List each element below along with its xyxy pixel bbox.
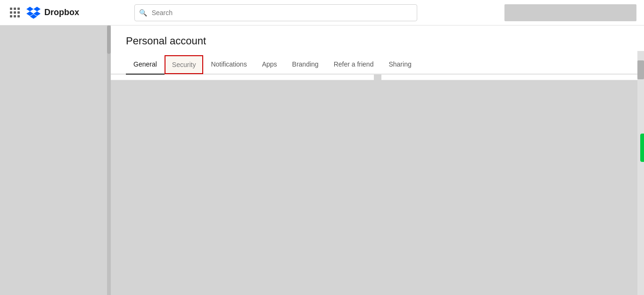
right-scrollbar[interactable] xyxy=(637,51,644,295)
right-scrollbar-thumb xyxy=(637,60,644,79)
tab-security[interactable]: Security xyxy=(165,55,204,74)
main-layout: Personal account General Security Notifi… xyxy=(0,25,644,295)
grid-dot xyxy=(14,8,16,10)
tab-notifications[interactable]: Notifications xyxy=(203,55,254,75)
grid-dot xyxy=(10,11,12,14)
page-header: Personal account xyxy=(111,25,644,47)
search-icon: 🔍 xyxy=(139,9,147,17)
content-area: Personal account General Security Notifi… xyxy=(111,25,644,295)
page-title: Personal account xyxy=(126,35,629,47)
tabs-container: General Security Notifications Apps Bran… xyxy=(111,55,644,75)
grid-dot xyxy=(14,15,16,17)
dropbox-icon xyxy=(26,7,41,19)
gray-content-area xyxy=(111,75,644,287)
grid-dot xyxy=(17,11,20,14)
search-input[interactable] xyxy=(134,4,417,21)
dropbox-wordmark: Dropbox xyxy=(44,8,79,17)
tab-branding[interactable]: Branding xyxy=(285,55,326,75)
strip-separator xyxy=(374,75,381,80)
sidebar xyxy=(0,25,111,295)
top-nav: Dropbox 🔍 xyxy=(0,0,644,25)
grid-dot xyxy=(14,11,16,14)
green-accent xyxy=(640,134,644,162)
strip-right xyxy=(381,75,644,80)
grid-dot xyxy=(17,8,20,10)
strip-left xyxy=(111,75,374,80)
grid-dot xyxy=(10,8,12,10)
grid-dots xyxy=(10,8,20,18)
nav-right-area xyxy=(504,4,636,21)
tab-apps[interactable]: Apps xyxy=(255,55,285,75)
tab-refer[interactable]: Refer a friend xyxy=(326,55,381,75)
content-strips xyxy=(111,75,644,80)
sidebar-scrollbar[interactable] xyxy=(107,25,111,295)
grid-dot xyxy=(10,15,12,17)
apps-grid-icon[interactable] xyxy=(8,5,23,20)
sidebar-scrollbar-thumb xyxy=(107,25,111,54)
dropbox-logo[interactable]: Dropbox xyxy=(26,7,79,19)
tab-sharing[interactable]: Sharing xyxy=(381,55,419,75)
search-bar: 🔍 xyxy=(134,4,417,21)
tab-general[interactable]: General xyxy=(126,55,165,75)
grid-dot xyxy=(17,15,20,17)
content-panel: Personal account General Security Notifi… xyxy=(111,25,644,75)
